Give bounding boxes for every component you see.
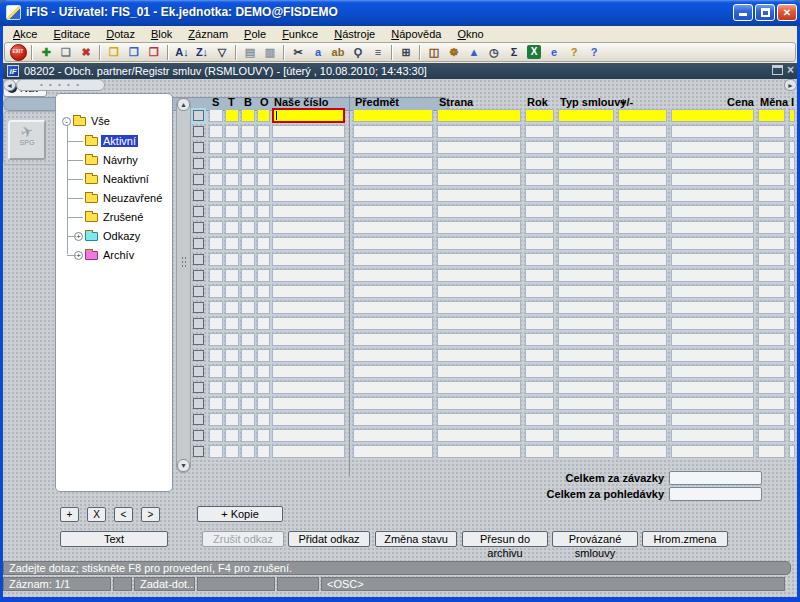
grid-cell[interactable] (758, 381, 785, 394)
grid-cell[interactable] (437, 301, 521, 314)
grid-cell[interactable] (437, 125, 521, 138)
move-to-archive-button[interactable]: Přesun do archivu (462, 531, 548, 547)
record-select-checkbox[interactable] (193, 206, 204, 217)
grid-cell[interactable] (789, 173, 795, 186)
toolbar-button-insert-record[interactable]: ✚ (36, 43, 56, 61)
grid-cell[interactable] (789, 253, 795, 266)
grid-cell[interactable] (618, 141, 667, 154)
toolbar-button-exit[interactable]: EXIT (8, 43, 28, 61)
grid-cell[interactable] (437, 253, 521, 266)
grid-cell[interactable] (758, 141, 785, 154)
grid-cell[interactable] (241, 253, 255, 266)
toolbar-button-navigator-wheel[interactable]: ☸ (444, 43, 464, 61)
grid-cell[interactable] (257, 285, 270, 298)
grid-cell[interactable] (353, 365, 433, 378)
grid-cell[interactable] (272, 237, 345, 250)
grid-cell[interactable] (353, 317, 433, 330)
grid-cell[interactable] (437, 285, 521, 298)
grid-cell[interactable] (618, 237, 667, 250)
record-select-checkbox[interactable] (193, 430, 204, 441)
grid-cell[interactable] (671, 253, 754, 266)
grid-cell[interactable] (758, 333, 785, 346)
grid-cell[interactable] (353, 413, 433, 426)
grid-cell[interactable] (525, 157, 554, 170)
grid-cell[interactable] (758, 253, 785, 266)
grid-cell[interactable] (558, 317, 614, 330)
grid-cell[interactable] (272, 333, 345, 346)
grid-cell[interactable] (225, 205, 239, 218)
grid-cell[interactable] (758, 429, 785, 442)
grid-cell[interactable] (558, 365, 614, 378)
record-select-checkbox[interactable] (193, 142, 204, 153)
grid-cell[interactable] (525, 381, 554, 394)
grid-cell[interactable] (209, 365, 223, 378)
grid-cell[interactable] (353, 141, 433, 154)
grid-cell[interactable] (225, 349, 239, 362)
record-select-checkbox[interactable] (193, 334, 204, 345)
tree-item-neaktivn[interactable]: Neaktivní (85, 172, 151, 186)
grid-cell[interactable] (437, 397, 521, 410)
grid-cell[interactable] (241, 285, 255, 298)
grid-cell[interactable] (758, 221, 785, 234)
query-cell-c3[interactable] (525, 109, 554, 122)
toolbar-button-edit-field[interactable]: ab (328, 43, 348, 61)
grid-cell[interactable] (789, 317, 795, 330)
grid-cell[interactable] (209, 333, 223, 346)
menu-item-editace[interactable]: Editace (45, 27, 98, 43)
grid-cell[interactable] (558, 333, 614, 346)
grid-cell[interactable] (558, 237, 614, 250)
grid-cell[interactable] (225, 157, 239, 170)
grid-cell[interactable] (241, 269, 255, 282)
grid-cell[interactable] (225, 141, 239, 154)
grid-cell[interactable] (272, 301, 345, 314)
grid-cell[interactable] (758, 285, 785, 298)
scrollbar-grip[interactable] (181, 256, 187, 268)
grid-cell[interactable] (257, 205, 270, 218)
grid-cell[interactable] (241, 429, 255, 442)
grid-cell[interactable] (758, 189, 785, 202)
grid-cell[interactable] (257, 381, 270, 394)
grid-cell[interactable] (257, 125, 270, 138)
grid-cell[interactable] (558, 349, 614, 362)
menu-item-funkce[interactable]: Funkce (274, 27, 326, 43)
document-close-icon[interactable]: × (787, 63, 794, 77)
grid-cell[interactable] (525, 333, 554, 346)
grid-cell[interactable] (789, 333, 795, 346)
document-restore-icon[interactable] (772, 65, 783, 75)
grid-cell[interactable] (437, 189, 521, 202)
grid-cell[interactable] (618, 365, 667, 378)
grid-cell[interactable] (618, 413, 667, 426)
grid-cell[interactable] (558, 157, 614, 170)
grid-cell[interactable] (209, 445, 223, 458)
grid-cell[interactable] (241, 381, 255, 394)
menu-item-npovda[interactable]: Nápověda (383, 27, 449, 43)
toolbar-button-cut[interactable]: ✂ (288, 43, 308, 61)
add-link-button[interactable]: Přidat odkaz (288, 531, 370, 547)
grid-cell[interactable] (437, 349, 521, 362)
grid-cell[interactable] (257, 397, 270, 410)
record-select-checkbox[interactable] (193, 238, 204, 249)
grid-cell[interactable] (225, 301, 239, 314)
grid-cell[interactable] (671, 397, 754, 410)
grid-cell[interactable] (225, 397, 239, 410)
grid-cell[interactable] (618, 333, 667, 346)
grid-cell[interactable] (272, 381, 345, 394)
grid-cell[interactable] (558, 125, 614, 138)
query-cell-f1[interactable] (225, 109, 239, 122)
grid-cell[interactable] (437, 413, 521, 426)
scroll-left-icon[interactable]: ◄ (3, 79, 16, 91)
toolbar-button-sum[interactable]: Σ (504, 43, 524, 61)
grid-cell[interactable] (618, 317, 667, 330)
grid-cell[interactable] (671, 141, 754, 154)
toolbar-button-print-preview[interactable]: ▥ (260, 43, 280, 61)
grid-cell[interactable] (437, 381, 521, 394)
grid-cell[interactable] (437, 445, 521, 458)
grid-cell[interactable] (758, 365, 785, 378)
tree-expander-icon[interactable]: - (62, 117, 71, 126)
grid-cell[interactable] (525, 365, 554, 378)
menu-item-pole[interactable]: Pole (236, 27, 274, 43)
grid-cell[interactable] (671, 221, 754, 234)
record-select-checkbox[interactable] (193, 302, 204, 313)
grid-cell[interactable] (353, 445, 433, 458)
grid-cell[interactable] (257, 253, 270, 266)
